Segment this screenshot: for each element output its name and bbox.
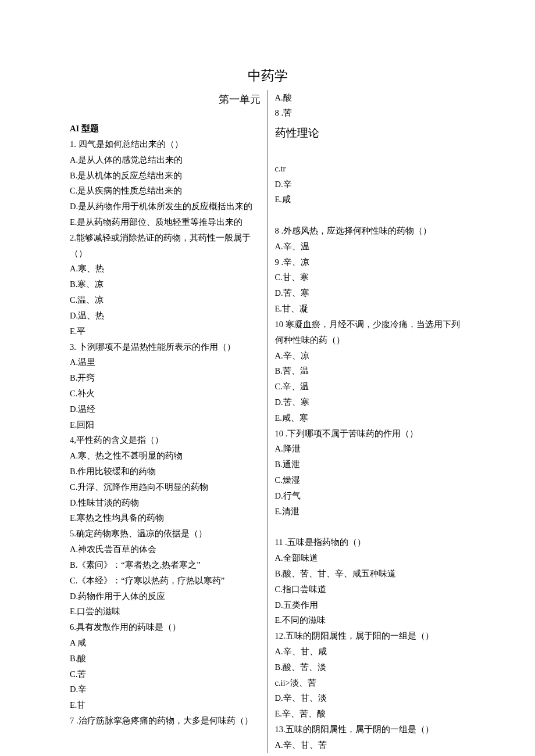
exam-page: 中药学 第一单元 A.酸 8 .苦 AI 型题 1. 四气是如何总结出来的（） … — [0, 0, 535, 756]
option-line: A.神农氏尝百草的体会 — [70, 542, 261, 557]
question-line: 13.五味的阴阳属性，属于阴的一组是（） — [275, 722, 466, 737]
option-line: E.咸 — [275, 192, 466, 207]
question-line: 10 .下列哪项不属于苦味药的作用（） — [275, 426, 466, 442]
option-line: E.不同的滋味 — [275, 612, 466, 628]
option-line: D.苦、寒 — [275, 395, 466, 410]
option-line: E.寒热之性均具备的药物 — [70, 510, 261, 526]
option-line: 9 .辛、凉 — [275, 255, 466, 270]
question-line: 6.具有发散作用的药味是（） — [70, 619, 261, 635]
option-line: C.辛、温 — [275, 379, 466, 395]
option-line: C.是从疾病的性质总结出来的 — [70, 183, 261, 199]
option-line: E.是从药物药用部位、质地轻重等推导出来的 — [70, 214, 261, 230]
main-title: 中药学 — [70, 64, 465, 89]
option-line: B.寒、凉 — [70, 277, 261, 292]
option-line: E.咸、寒 — [275, 410, 466, 426]
header-right: A.酸 8 .苦 — [268, 90, 466, 121]
option-line: c.ii>淡、苦 — [275, 675, 466, 691]
option-line: A.温里 — [70, 354, 261, 370]
option-line: B.《素问》：“寒者热之,热者寒之” — [70, 557, 261, 573]
header-right-line: 8 .苦 — [275, 105, 466, 121]
question-line: 1. 四气是如何总结出来的（） — [70, 137, 261, 152]
question-line: 10 寒凝血瘀，月经不调，少腹冷痛，当选用下列 — [275, 317, 466, 332]
option-line: C.燥湿 — [275, 472, 466, 488]
option-line: A.辛、甘、咸 — [275, 644, 466, 660]
option-line: A.辛、甘、苦 — [275, 737, 466, 753]
option-line: A.降泄 — [275, 441, 466, 457]
subsection-heading: 药性理论 — [275, 121, 466, 145]
question-line: 8 .外感风热，应选择何种性味的药物（） — [275, 223, 466, 239]
option-line: E.平 — [70, 324, 261, 339]
question-line: （） — [70, 246, 261, 261]
question-line: 何种性味的药（） — [275, 332, 466, 348]
option-line: B.是从机体的反应总结出来的 — [70, 168, 261, 184]
option-line: E.甘 — [70, 697, 261, 713]
option-line: B.作用比较缓和的药物 — [70, 464, 261, 479]
option-line: D.是从药物作用于机体所发生的反应概括出来的 — [70, 199, 261, 214]
section-heading: AI 型题 — [70, 121, 261, 137]
question-line: 2.能够减轻或消除热证的药物，其药性一般属于 — [70, 230, 261, 246]
option-line — [275, 145, 466, 161]
option-line: E.辛、苦、酸 — [275, 706, 466, 722]
option-line: C.《本经》：“疗寒以热药，疗热以寒药” — [70, 573, 261, 589]
unit-header-row: 第一单元 A.酸 8 .苦 — [70, 90, 465, 121]
option-line: A.全部味道 — [275, 550, 466, 566]
option-line: A.辛、温 — [275, 239, 466, 255]
option-line: C.升浮、沉降作用趋向不明显的药物 — [70, 479, 261, 495]
option-line: D.药物作用于人体的反应 — [70, 589, 261, 604]
option-line: A.辛、凉 — [275, 348, 466, 364]
option-line: E.清泄 — [275, 504, 466, 519]
option-line: D.温经 — [70, 402, 261, 417]
option-line: D.五类作用 — [275, 597, 466, 613]
option-line: D.辛 — [275, 177, 466, 192]
option-line: E.回阳 — [70, 417, 261, 433]
blank-line — [275, 207, 466, 223]
option-line: C.指口尝味道 — [275, 582, 466, 597]
option-line: C.温、凉 — [70, 292, 261, 308]
option-line: B.通泄 — [275, 457, 466, 472]
option-line: C.补火 — [70, 386, 261, 402]
left-column: AI 型题 1. 四气是如何总结出来的（） A.是从人体的感觉总结出来的 B.是… — [70, 121, 268, 753]
header-right-line: A.酸 — [275, 90, 466, 106]
option-line: D.温、热 — [70, 308, 261, 324]
option-line: A.是从人体的感觉总结出来的 — [70, 152, 261, 168]
option-line: A 咸 — [70, 635, 261, 651]
option-line: B.酸、苦、甘、辛、咸五种味道 — [275, 566, 466, 582]
option-line: D.辛 — [70, 682, 261, 697]
option-line: B.开窍 — [70, 370, 261, 386]
blank-line — [275, 519, 466, 535]
option-line: A.寒、热 — [70, 261, 261, 277]
option-line: B.酸、苦、淡 — [275, 660, 466, 675]
option-line: C.苦 — [70, 667, 261, 682]
right-column: 药性理论 c.tr D.辛 E.咸 8 .外感风热，应选择何种性味的药物（） A… — [268, 121, 466, 753]
question-line: 12.五味的阴阳属性，属于阳的一组是（） — [275, 628, 466, 644]
option-line: D.性味甘淡的药物 — [70, 495, 261, 511]
question-line: 7 .治疗筋脉挛急疼痛的药物，大多是何味药（） — [70, 713, 261, 729]
question-line: 3. 卜洌哪项不是温热性能所表示的作用（） — [70, 339, 261, 355]
option-line: B.苦、温 — [275, 363, 466, 379]
option-line: E.口尝的滋味 — [70, 604, 261, 619]
question-line: 4,平性药的含义是指（） — [70, 432, 261, 448]
option-line: A.寒、热之性不甚明显的药物 — [70, 448, 261, 464]
option-line: D.行气 — [275, 488, 466, 504]
option-line: B.酸 — [70, 651, 261, 667]
unit-label: 第一单元 — [70, 90, 268, 121]
two-column-layout: AI 型题 1. 四气是如何总结出来的（） A.是从人体的感觉总结出来的 B.是… — [70, 121, 465, 753]
question-line: 11 .五味是指药物的（） — [275, 535, 466, 550]
option-line: C.甘、寒 — [275, 270, 466, 285]
option-line: c.tr — [275, 161, 466, 177]
option-line: D.辛、甘、淡 — [275, 690, 466, 706]
question-line: 5.确定药物寒热、温凉的依据是（） — [70, 526, 261, 542]
option-line: E.甘、凝 — [275, 301, 466, 317]
option-line: D.苦、寒 — [275, 285, 466, 301]
